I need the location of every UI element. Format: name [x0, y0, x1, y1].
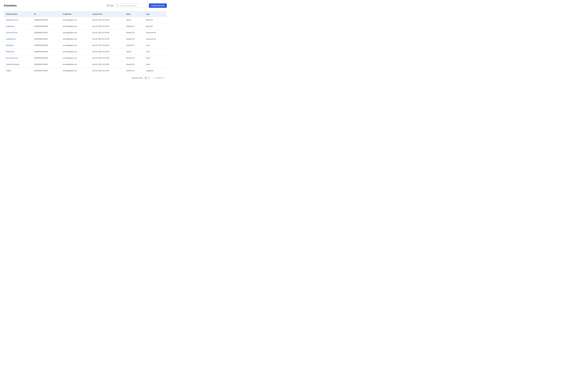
cell-type: Cron: [144, 48, 167, 55]
cell-created-time: Apr 04, 2022 01:22 PM: [90, 48, 125, 55]
prev-page-button[interactable]: ‹: [152, 77, 153, 79]
cell-created-by: emma@zylker.com: [61, 48, 90, 55]
cell-stack: NodeJS 16: [124, 55, 144, 61]
cell-stack: Java 8: [124, 17, 144, 23]
table-header-row: Function Name ID Created By Created Time…: [4, 11, 167, 17]
cell-stack: NodeJS 16: [124, 29, 144, 36]
table-row: CliqBot 105000000763063 emma@zylker.com …: [4, 67, 167, 74]
cell-name: NewsFetch: [4, 48, 32, 55]
cell-created-time: Apr 04, 2022 12:54 PM: [90, 61, 125, 67]
cell-created-time: Apr 04, 2022 01:15 PM: [90, 36, 125, 42]
search-input[interactable]: [115, 3, 147, 8]
table-row: GenerateInvoice 105000000763049 emma@zyl…: [4, 55, 167, 61]
cell-name: LogisticsSync: [4, 36, 32, 42]
function-name-link[interactable]: LogisticsSync: [6, 38, 16, 40]
cell-id: 105000000763049: [32, 55, 61, 61]
function-name-link[interactable]: DBbackup: [6, 44, 13, 46]
cell-name: DBbackup: [4, 42, 32, 48]
cell-name: RatingProcessor: [4, 17, 32, 23]
col-header-created-by: Created By: [61, 11, 90, 17]
cell-type: Basic I/O: [144, 17, 167, 23]
svg-line-1: [118, 6, 118, 6]
next-page-button[interactable]: ›: [163, 77, 165, 79]
function-name-link[interactable]: RatingProcessor: [6, 19, 18, 21]
cell-type: Integration: [144, 67, 167, 74]
help-icon: ?: [107, 4, 109, 7]
cell-type: Basic I/O: [144, 23, 167, 29]
cell-created-time: Apr 04, 2022 01:23 PM: [90, 55, 125, 61]
cell-created-by: emma@zylker.com: [61, 29, 90, 36]
table-row: DBbackup 105000000763056 emma@zylker.com…: [4, 42, 167, 48]
cell-created-by: emma@zylker.com: [61, 36, 90, 42]
table-row: RatingProcessor 105000000763035 emma@zyl…: [4, 17, 167, 23]
cell-type: Cron: [144, 42, 167, 48]
help-label: Help: [110, 5, 113, 7]
pagination-footer: Rows per page: 10 25 50 100 ‹ 1 - 10 of …: [4, 74, 167, 80]
col-header-type: Type: [144, 11, 167, 17]
cell-stack: Java 8: [124, 48, 144, 55]
cell-type: Event: [144, 55, 167, 61]
cell-created-by: emma@zylker.com: [61, 17, 90, 23]
cell-id: 105000000763056: [32, 42, 61, 48]
cell-stack: NodeJS 14: [124, 36, 144, 42]
col-header-name: Function Name: [4, 11, 32, 17]
cell-id: 105000000763070: [32, 29, 61, 36]
cell-created-by: emma@zylker.com: [61, 23, 90, 29]
search-container: [115, 3, 147, 8]
cell-type: Advanced I/O: [144, 29, 167, 36]
cell-id: 105000000763035: [32, 17, 61, 23]
cell-id: 105000000763001: [32, 61, 61, 67]
table-body: RatingProcessor 105000000763035 emma@zyl…: [4, 17, 167, 74]
cell-name: CliqBot: [4, 67, 32, 74]
cell-id: 105000000763042: [32, 48, 61, 55]
function-name-link[interactable]: CustomerPortal: [6, 32, 17, 34]
header-right: ? Help Create Function: [107, 3, 167, 8]
function-name-link[interactable]: InvoiceProcessing: [6, 64, 19, 65]
function-name-link[interactable]: NewsFetch: [6, 51, 14, 53]
function-name-link[interactable]: GenerateInvoice: [6, 57, 18, 59]
table-row: NewsFetch 105000000763042 emma@zylker.co…: [4, 48, 167, 55]
col-header-id: ID: [32, 11, 61, 17]
table-row: LogisticsSync 105000000763021 emma@zylke…: [4, 36, 167, 42]
cell-name: InvoiceProcessing: [4, 61, 32, 67]
search-icon: [117, 5, 118, 7]
cell-created-time: Apr 04, 2022 01:24 PM: [90, 67, 125, 74]
rows-per-page-select[interactable]: 10 25 50 100: [144, 76, 150, 79]
cell-created-time: Apr 04, 2022 01:15 PM: [90, 23, 125, 29]
col-header-created-time: Created Time: [90, 11, 125, 17]
cell-type: Advanced I/O: [144, 36, 167, 42]
table-row: LogDelivery 105000000763028 emma@zylker.…: [4, 23, 167, 29]
cell-id: 105000000763063: [32, 67, 61, 74]
cell-name: CustomerPortal: [4, 29, 32, 36]
functions-table-wrapper: Function Name ID Created By Created Time…: [4, 11, 167, 74]
cell-created-by: emma@zylker.com: [61, 42, 90, 48]
cell-created-time: Apr 04, 2022 01:19 PM: [90, 17, 125, 23]
cell-name: GenerateInvoice: [4, 55, 32, 61]
col-header-stack: Stack: [124, 11, 144, 17]
function-name-link[interactable]: LogDelivery: [6, 25, 15, 27]
help-link[interactable]: ? Help: [107, 4, 113, 7]
pagination-info: ‹ 1 - 10 of 24 ›: [152, 77, 165, 79]
functions-table: Function Name ID Created By Created Time…: [4, 11, 167, 74]
cell-created-by: emma@zylker.com: [61, 55, 90, 61]
cell-created-time: Apr 04, 2022 01:25 PM: [90, 29, 125, 36]
cell-stack: NodeJS 14: [124, 42, 144, 48]
rows-per-page-section: Rows per page: 10 25 50 100: [132, 76, 150, 79]
cell-type: Event: [144, 61, 167, 67]
table-row: InvoiceProcessing 105000000763001 emma@z…: [4, 61, 167, 67]
create-function-button[interactable]: Create Function: [149, 3, 167, 8]
cell-stack: NodeJS 14: [124, 67, 144, 74]
rows-per-page-label: Rows per page:: [132, 77, 143, 79]
function-name-link[interactable]: CliqBot: [6, 70, 11, 72]
cell-stack: NodeJS 14: [124, 23, 144, 29]
cell-name: LogDelivery: [4, 23, 32, 29]
cell-id: 105000000763028: [32, 23, 61, 29]
table-header: Function Name ID Created By Created Time…: [4, 11, 167, 17]
cell-id: 105000000763021: [32, 36, 61, 42]
cell-created-by: emma@zylker.com: [61, 61, 90, 67]
page-container: Functions ? Help Create Function: [0, 0, 171, 84]
cell-created-by: emma@zylker.com: [61, 67, 90, 74]
header: Functions ? Help Create Function: [4, 3, 167, 8]
pagination-text: 1 - 10 of 24: [154, 77, 162, 79]
cell-stack: NodeJS 16: [124, 61, 144, 67]
